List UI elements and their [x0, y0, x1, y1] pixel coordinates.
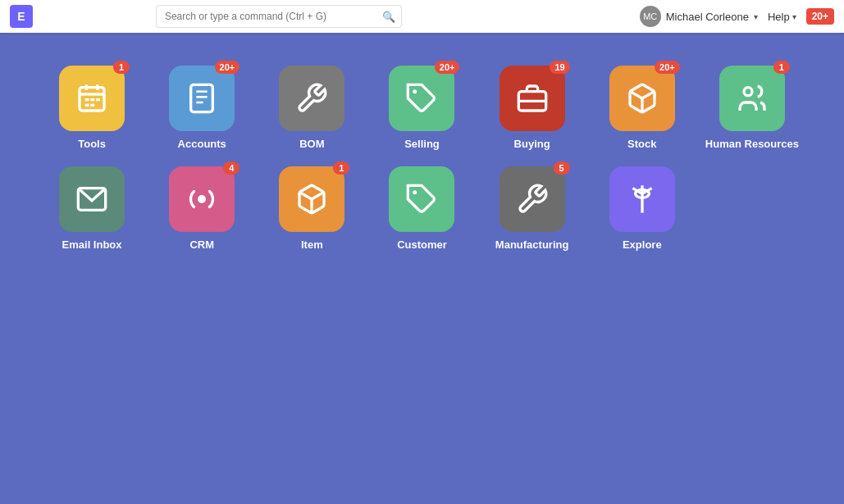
- app-icon-wrapper-selling: 20+: [389, 66, 454, 131]
- logo-text: E: [17, 10, 25, 23]
- help-button[interactable]: Help ▾: [768, 11, 796, 23]
- app-label-explore: Explore: [623, 238, 662, 251]
- user-menu[interactable]: MC Michael Corleone ▾: [640, 6, 758, 27]
- app-label-item: Item: [301, 238, 323, 251]
- app-icon-item: [279, 166, 344, 232]
- help-dropdown-arrow: ▾: [792, 12, 796, 21]
- app-item-tools[interactable]: 1Tools: [41, 66, 143, 150]
- app-icon-wrapper-stock: 20+: [609, 66, 675, 131]
- app-icon-wrapper-buying: 19: [500, 66, 565, 131]
- app-item-hr[interactable]: 1Human Resources: [701, 66, 803, 150]
- app-item-stock[interactable]: 20+Stock: [591, 66, 693, 150]
- app-icon-explore: [609, 166, 675, 232]
- app-item-customer[interactable]: Customer: [371, 166, 472, 251]
- avatar: MC: [640, 6, 661, 27]
- search-input[interactable]: [156, 5, 402, 28]
- badge-buying: 19: [550, 61, 569, 74]
- app-icon-email: [59, 166, 125, 232]
- notification-badge[interactable]: 20+: [806, 8, 834, 25]
- app-icon-customer: [389, 166, 454, 232]
- app-item-buying[interactable]: 19Buying: [481, 66, 583, 150]
- app-icon-bom: [279, 66, 344, 131]
- app-icon-wrapper-explore: [609, 166, 675, 232]
- app-label-crm: CRM: [189, 238, 214, 251]
- main-content: 1Tools20+AccountsBOM20+Selling19Buying20…: [0, 33, 844, 284]
- app-icon-selling: [389, 66, 454, 131]
- app-item-explore[interactable]: Explore: [591, 166, 693, 251]
- app-icon-stock: [609, 66, 675, 131]
- app-item-accounts[interactable]: 20+Accounts: [151, 66, 253, 150]
- app-icon-hr: [719, 66, 785, 131]
- badge-accounts: 20+: [215, 61, 240, 74]
- app-icon-accounts: [169, 66, 235, 131]
- badge-manufacturing: 5: [554, 161, 570, 175]
- app-icon-wrapper-customer: [389, 166, 454, 232]
- search-container: 🔍: [156, 5, 402, 28]
- app-item-bom[interactable]: BOM: [261, 66, 363, 150]
- badge-hr: 1: [773, 61, 790, 74]
- app-label-hr: Human Resources: [705, 138, 799, 150]
- app-icon-wrapper-email: [59, 166, 125, 232]
- app-label-bom: BOM: [299, 138, 324, 150]
- app-item-selling[interactable]: 20+Selling: [371, 66, 472, 150]
- app-icon-wrapper-manufacturing: 5: [500, 166, 565, 232]
- app-icon-manufacturing: [500, 166, 565, 232]
- badge-tools: 1: [113, 61, 130, 74]
- logo[interactable]: E: [10, 5, 33, 28]
- badge-stock: 20+: [655, 61, 680, 74]
- app-icon-tools: [59, 66, 125, 131]
- app-icon-wrapper-tools: 1: [59, 66, 125, 131]
- app-item-manufacturing[interactable]: 5Manufacturing: [481, 166, 583, 251]
- app-label-tools: Tools: [78, 138, 106, 150]
- search-icon: 🔍: [382, 11, 395, 23]
- badge-item: 1: [333, 161, 349, 175]
- app-icon-crm: [169, 166, 235, 232]
- app-icon-buying: [500, 66, 565, 131]
- app-item-item[interactable]: 1Item: [261, 166, 363, 251]
- app-label-selling: Selling: [404, 138, 440, 150]
- app-icon-wrapper-accounts: 20+: [169, 66, 235, 131]
- badge-selling: 20+: [435, 61, 460, 74]
- app-label-stock: Stock: [627, 138, 656, 150]
- app-icon-wrapper-bom: [279, 66, 344, 131]
- user-dropdown-arrow: ▾: [754, 12, 758, 21]
- help-label: Help: [768, 11, 790, 23]
- user-name: Michael Corleone: [666, 11, 749, 23]
- app-label-manufacturing: Manufacturing: [495, 238, 569, 251]
- app-icon-wrapper-item: 1: [279, 166, 344, 232]
- app-label-email: Email Inbox: [62, 238, 122, 251]
- navbar-right: MC Michael Corleone ▾ Help ▾ 20+: [640, 6, 834, 27]
- app-icon-wrapper-crm: 4: [169, 166, 235, 232]
- app-label-accounts: Accounts: [178, 138, 226, 150]
- app-label-customer: Customer: [397, 238, 447, 251]
- navbar: E 🔍 MC Michael Corleone ▾ Help ▾ 20+: [0, 0, 844, 33]
- app-grid: 1Tools20+AccountsBOM20+Selling19Buying20…: [41, 66, 803, 251]
- badge-crm: 4: [223, 161, 240, 175]
- app-item-crm[interactable]: 4CRM: [151, 166, 253, 251]
- app-icon-wrapper-hr: 1: [719, 66, 785, 131]
- app-item-email[interactable]: Email Inbox: [41, 166, 143, 251]
- app-label-buying: Buying: [514, 138, 550, 150]
